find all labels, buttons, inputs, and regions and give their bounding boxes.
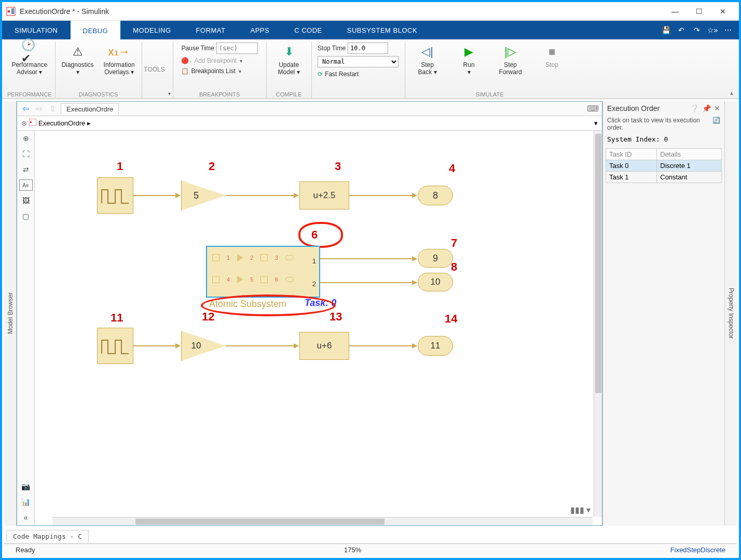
red-circle-top <box>298 222 343 248</box>
signal-3[interactable] <box>349 195 417 196</box>
view-mode-buttons[interactable]: ▮▮▮ ▾ <box>570 505 591 515</box>
step-back-icon: ◁| <box>419 44 436 60</box>
table-row[interactable]: Task 0 Discrete 1 <box>606 160 722 172</box>
ribbon-collapse-button[interactable]: ▴ <box>726 41 737 99</box>
step-back-button[interactable]: ◁| Step Back ▾ <box>408 43 447 76</box>
display-block-4[interactable]: 11 <box>418 336 453 356</box>
path-dropdown-button[interactable]: ▾ <box>594 119 598 127</box>
sub-inner-2: 2 <box>251 255 254 261</box>
zoom-fit-button[interactable]: ⊕ <box>19 133 33 144</box>
signal-1[interactable] <box>133 195 180 196</box>
step-forward-icon: |▷ <box>502 44 519 60</box>
minimize-button[interactable]: — <box>663 3 687 20</box>
keyboard-icon[interactable]: ⌨ <box>587 104 599 114</box>
close-panel-icon[interactable]: ✕ <box>714 104 720 113</box>
model-browser-collapsed[interactable]: Model Browser <box>4 101 17 526</box>
table-row[interactable]: Task 1 Constant <box>606 172 722 183</box>
chevron-down-icon[interactable]: ▾ <box>168 91 171 96</box>
simulink-icon <box>6 7 16 16</box>
tab-debug[interactable]: DEBUG <box>71 21 121 39</box>
path-home-button[interactable]: ⊛ <box>21 119 27 127</box>
stop-icon: ■ <box>544 44 560 60</box>
add-breakpoint-button[interactable]: 🔴₊ Add Breakpoint <box>181 56 242 65</box>
more-button[interactable]: ⋯ <box>720 22 736 38</box>
fast-restart-button[interactable]: ⟳ Fast Restart <box>318 69 359 79</box>
gain-block-1[interactable]: 5 <box>181 180 226 211</box>
signal-2[interactable] <box>226 195 298 196</box>
stop-button[interactable]: ■ Stop <box>533 43 571 68</box>
favorites-button[interactable]: ☆» <box>705 22 720 38</box>
nav-forward-button[interactable]: ⇨ <box>34 104 44 114</box>
signal-sub-2[interactable] <box>320 282 417 283</box>
signal-sub-1[interactable] <box>320 258 417 259</box>
maximize-button[interactable]: ☐ <box>687 3 711 20</box>
stop-time-input[interactable] <box>348 43 388 54</box>
editor-tab[interactable]: ExecutionOrdre <box>61 103 119 115</box>
tab-simulation[interactable]: SIMULATION <box>2 21 71 39</box>
atomic-subsystem-block[interactable]: 1 2 3 4 5 6 1 2 <box>206 246 320 298</box>
pause-time-input[interactable] <box>216 43 258 54</box>
annotation-button[interactable]: A≡ <box>19 179 33 191</box>
sub-inner-3: 3 <box>275 255 278 261</box>
group-label-breakpoints: BREAKPOINTS <box>199 90 240 99</box>
model-data-button[interactable]: 📊 <box>19 496 33 508</box>
pulse-generator-2[interactable] <box>97 328 133 364</box>
run-button[interactable]: ▶ Run ▾ <box>450 43 488 76</box>
diagnostics-button[interactable]: ⚠ Diagnostics ▾ <box>59 43 97 76</box>
fcn-block-2[interactable]: u+6 <box>299 332 349 360</box>
nav-up-button[interactable]: ⇧ <box>47 104 58 114</box>
save-button[interactable]: 💾 <box>658 22 674 38</box>
breakpoints-list-button[interactable]: 📋 Breakpoints List <box>181 66 241 76</box>
signal-4[interactable] <box>133 345 180 346</box>
help-icon[interactable]: ❔ <box>690 104 699 113</box>
exec-order-4: 4 <box>449 162 455 175</box>
image-button[interactable]: 🖼 <box>19 195 33 206</box>
gauge-icon: 🕑✔ <box>21 44 38 60</box>
display-block-3[interactable]: 10 <box>418 273 453 291</box>
sub-inner-1: 1 <box>227 255 230 261</box>
model-canvas[interactable]: 1 2 5 3 u+2.5 4 8 6 <box>35 131 602 525</box>
signal-trace-button[interactable]: ⇄ <box>19 164 33 175</box>
code-mappings-tab[interactable]: Code Mappings - C <box>6 530 89 542</box>
tab-format[interactable]: FORMAT <box>184 21 238 39</box>
pulse-generator-1[interactable] <box>97 177 133 214</box>
gain-block-2[interactable]: 10 <box>181 331 226 361</box>
block-button[interactable]: ▢ <box>19 211 33 222</box>
display-block-2[interactable]: 9 <box>418 249 453 268</box>
step-forward-button[interactable]: |▷ Step Forward <box>491 43 530 76</box>
horizontal-scrollbar[interactable] <box>52 517 593 525</box>
close-button[interactable]: ✕ <box>711 3 735 20</box>
display-block-1[interactable]: 8 <box>418 186 453 205</box>
signal-6[interactable] <box>349 345 417 346</box>
system-index-label: System Index: 0 <box>603 132 724 146</box>
redo-button[interactable]: ↷ <box>689 22 705 38</box>
information-overlays-button[interactable]: x₁→ Information Overlays ▾ <box>100 43 139 76</box>
group-label-diagnostics: DIAGNOSTICS <box>79 90 118 99</box>
execution-order-hint: Click on task to view its execution orde… <box>607 117 709 131</box>
nav-back-button[interactable]: ⇦ <box>20 104 31 114</box>
vertical-scrollbar[interactable] <box>594 131 602 517</box>
exec-order-11: 11 <box>111 311 123 325</box>
property-inspector-collapsed[interactable]: Property Inspector <box>724 101 737 526</box>
exec-order-14: 14 <box>445 312 457 326</box>
tab-subsystem-block[interactable]: SUBSYSTEM BLOCK <box>335 21 430 39</box>
fit-to-view-button[interactable]: ⛶ <box>19 148 33 160</box>
update-model-button[interactable]: ⬇ Update Model ▾ <box>270 43 308 76</box>
path-crumb[interactable]: ExecutionOrdre ▸ <box>38 119 91 127</box>
fcn-block-1[interactable]: u+2.5 <box>299 181 349 209</box>
refresh-icon[interactable]: 🔄 <box>712 117 720 131</box>
status-solver[interactable]: FixedStepDiscrete <box>664 546 732 554</box>
signal-5[interactable] <box>226 345 298 346</box>
simulation-mode-select[interactable]: Normal <box>318 56 399 67</box>
tab-ccode[interactable]: C CODE <box>282 21 335 39</box>
more-palette-button[interactable]: « <box>19 512 33 523</box>
path-bar: ⊛ ExecutionOrdre ▸ ▾ <box>17 116 602 131</box>
performance-advisor-button[interactable]: 🕑✔ Performance Advisor ▾ <box>10 43 49 76</box>
tab-modeling[interactable]: MODELING <box>120 21 183 39</box>
undo-button[interactable]: ↶ <box>674 22 689 38</box>
simulink-small-icon <box>29 119 36 128</box>
pin-icon[interactable]: 📌 <box>702 104 711 113</box>
exec-order-3: 3 <box>335 160 341 173</box>
tab-apps[interactable]: APPS <box>238 21 282 39</box>
screenshot-button[interactable]: 📷 <box>19 481 33 492</box>
